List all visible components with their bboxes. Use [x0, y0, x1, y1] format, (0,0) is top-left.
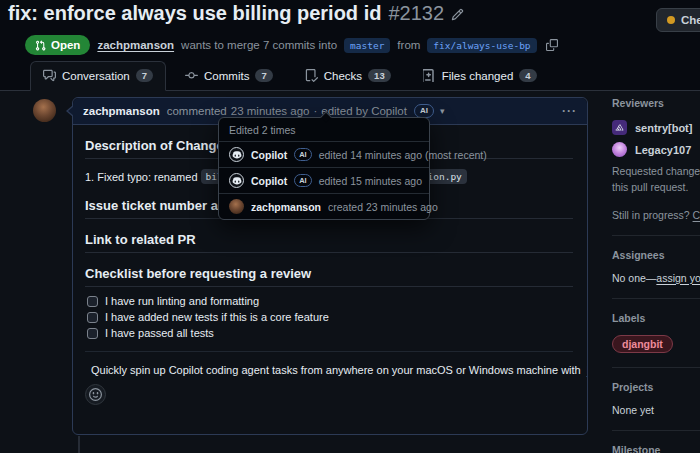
edit-title-pencil-icon[interactable] [451, 8, 464, 21]
tab-files-count: 4 [519, 69, 536, 82]
projects-heading: Projects [612, 381, 700, 393]
comment-author-link[interactable]: zachpmanson [83, 105, 160, 117]
projects-value: None yet [612, 404, 700, 416]
tab-commits-count: 7 [255, 69, 272, 82]
sidebar-section-projects: Projects None yet [612, 381, 700, 431]
head-branch-label[interactable]: fix/always-use-bp [427, 38, 536, 53]
checks-status-button[interactable]: Checks [656, 8, 700, 32]
tab-conversation-count: 7 [136, 69, 153, 82]
sentry-avatar-icon [612, 120, 627, 135]
requested-changes-note: Requested changes must be addressed to m… [612, 164, 700, 196]
tab-checks-count: 13 [368, 69, 391, 82]
base-branch-label[interactable]: master [344, 38, 390, 53]
checkbox-new-tests[interactable] [87, 312, 98, 323]
checks-icon [305, 69, 318, 82]
commits-icon [185, 69, 198, 82]
pr-title-text: fix: enforce always use billing period i… [8, 2, 381, 25]
comment-edited-by[interactable]: edited by Copilot [321, 105, 407, 117]
tab-checks-label: Checks [324, 70, 362, 82]
edit-history-row-3[interactable]: zachpmanson created 23 minutes ago [219, 194, 429, 219]
edit-history-row-1[interactable]: Copilot AI edited 14 minutes ago (most r… [219, 142, 429, 168]
comment-author-avatar[interactable] [33, 99, 56, 122]
checks-status-label: Checks [681, 14, 700, 26]
pending-status-dot-icon [667, 16, 675, 24]
checkbox-linting[interactable] [87, 296, 98, 307]
checkbox-linting-label: I have run linting and formatting [105, 295, 259, 307]
edit-history-text: edited 15 minutes ago [319, 175, 422, 187]
checkbox-passed-tests[interactable] [87, 328, 98, 339]
label-djangbit[interactable]: djangbit [612, 335, 673, 353]
comment-timestamp-link[interactable]: 23 minutes ago [231, 105, 310, 117]
checklist-item: I have added new tests if this is a core… [87, 311, 573, 323]
zachpmanson-avatar [229, 199, 244, 214]
edit-history-user: Copilot [251, 175, 287, 187]
edit-history-text: edited 14 minutes ago (most recent) [319, 149, 487, 161]
checklist-item: I have run linting and formatting [87, 295, 573, 307]
pr-title: fix: enforce always use billing period i… [8, 2, 464, 25]
add-reaction-button[interactable] [85, 384, 106, 405]
tab-files-label: Files changed [442, 70, 514, 82]
checkbox-new-tests-label: I have added new tests if this is a core… [105, 311, 329, 323]
edit-history-dropdown: Edited 2 times Copilot AI edited 14 minu… [218, 117, 430, 220]
ai-badge: AI [294, 174, 312, 187]
edit-history-row-2[interactable]: Copilot AI edited 15 minutes ago [219, 168, 429, 194]
pr-state-label: Open [51, 39, 80, 51]
ai-badge: AI [294, 148, 312, 161]
sidebar-section-assignees: Assignees No one—assign yourself [612, 249, 700, 299]
tab-checks[interactable]: Checks 13 [292, 61, 404, 91]
tab-commits[interactable]: Commits 7 [172, 61, 286, 91]
pr-state-badge: Open [25, 35, 90, 55]
list-item-text: 1. Fixed typo: renamed [85, 171, 198, 183]
edit-history-user: Copilot [251, 149, 287, 161]
legacy107-avatar [612, 142, 627, 157]
checklist-item: I have passed all tests [87, 327, 573, 339]
comment-separator: · [313, 105, 317, 117]
pr-sidebar: Reviewers sentry[bot] Legacy107 Requeste… [612, 97, 700, 453]
pr-tab-bar: Conversation 7 Commits 7 Checks 13 Files… [30, 61, 550, 91]
assignees-value: No one—assign yourself [612, 272, 700, 284]
sidebar-section-reviewers: Reviewers sentry[bot] Legacy107 Requeste… [612, 97, 700, 236]
reviewers-heading: Reviewers [612, 97, 700, 109]
milestone-heading: Milestone [612, 444, 700, 453]
note-line: this pull request. [612, 180, 700, 196]
tab-conversation[interactable]: Conversation 7 [30, 61, 166, 91]
file-diff-icon [423, 69, 436, 82]
page-header: fix: enforce always use billing period i… [0, 0, 700, 91]
copilot-avatar-icon [229, 147, 244, 162]
edit-history-user: zachpmanson [251, 201, 321, 213]
reviewer-row-legacy107[interactable]: Legacy107 [612, 142, 700, 157]
checkbox-passed-tests-label: I have passed all tests [105, 327, 214, 339]
smiley-icon [89, 388, 102, 401]
comment-options-kebab-icon[interactable]: ··· [562, 104, 577, 118]
tab-files-changed[interactable]: Files changed 4 [410, 61, 550, 91]
pr-meta-action: wants to merge 7 commits into [181, 39, 337, 51]
heading-checklist: Checklist before requesting a review [85, 266, 573, 287]
assignees-heading: Assignees [612, 249, 700, 261]
sidebar-section-milestone: Milestone No milestone [612, 444, 700, 453]
assign-yourself-link[interactable]: assign yourself [656, 272, 700, 284]
copy-branch-icon[interactable] [546, 39, 558, 51]
still-in-progress-line: Still in progress? Convert to draft [612, 209, 700, 221]
sidebar-section-labels: Labels djangbit [612, 312, 700, 368]
reviewer-row-sentry[interactable]: sentry[bot] [612, 120, 700, 135]
pr-number: #2132 [388, 2, 444, 25]
timeline-connector [78, 436, 80, 453]
comment-action: commented [167, 105, 227, 117]
conversation-icon [43, 69, 56, 82]
pr-author-link[interactable]: zachpmanson [97, 39, 174, 51]
progress-text: Still in progress? [612, 209, 693, 221]
pr-meta-row: Open zachpmanson wants to merge 7 commit… [25, 35, 558, 55]
copilot-promo-banner: Quickly spin up Copilot coding agent tas… [85, 351, 573, 376]
edit-history-caret-icon[interactable]: ▾ [440, 106, 445, 116]
edit-history-text: created 23 minutes ago [328, 201, 438, 213]
heading-link-related-pr: Link to related PR [85, 232, 573, 253]
pull-request-icon [35, 40, 46, 51]
ai-badge: AI [414, 104, 434, 118]
no-one-text: No one— [612, 272, 656, 284]
reviewer-name: sentry[bot] [635, 122, 692, 134]
pr-meta-from: from [397, 39, 420, 51]
convert-to-draft-link[interactable]: Convert to draft [693, 209, 700, 221]
tab-commits-label: Commits [204, 70, 249, 82]
note-line: Requested changes must be addressed to m… [612, 164, 700, 180]
copilot-avatar-icon [229, 173, 244, 188]
